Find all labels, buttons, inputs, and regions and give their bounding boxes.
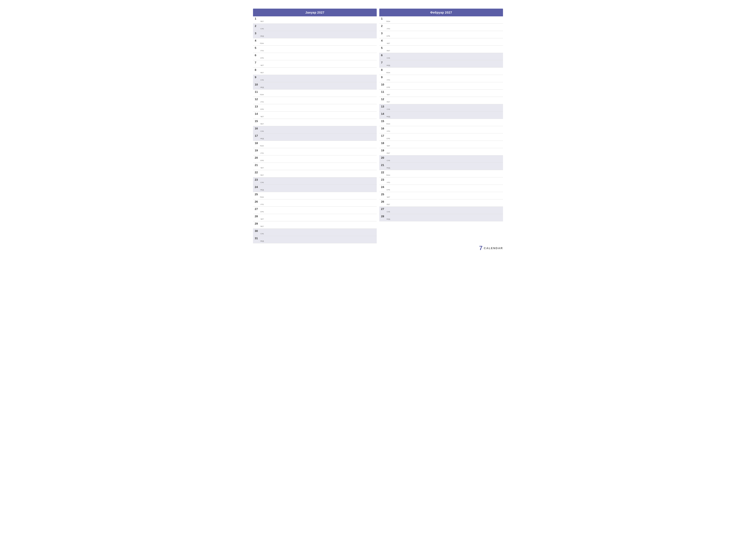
day-row: 10СРЕ (379, 82, 503, 89)
day-cell: 19ПЕТ (379, 148, 390, 155)
day-number: 8 (379, 68, 390, 71)
day-cell: 1ПЕТ (253, 16, 264, 23)
day-name: ПЕТ (260, 225, 264, 228)
day-name: УТО (386, 130, 390, 133)
day-cell: 17СРЕ (379, 134, 390, 140)
day-cell: 1ПОН (379, 16, 390, 23)
day-cell: 11ЧЕТ (379, 89, 390, 97)
day-number: 25 (253, 193, 264, 196)
day-name: ЧЕТ (386, 144, 390, 147)
day-number: 8 (253, 68, 264, 71)
day-cell: 27СУБ (379, 207, 390, 214)
day-name: ПОН (386, 122, 390, 126)
day-number: 7 (253, 61, 264, 64)
day-cell: 22ПЕТ (253, 170, 264, 177)
day-name: ЧЕТ (386, 42, 390, 45)
day-number: 15 (379, 120, 390, 122)
day-name: НЕД (386, 166, 390, 169)
day-cell: 3НЕД (253, 31, 264, 38)
day-name: ПЕТ (386, 152, 390, 155)
day-name: ПЕТ (386, 203, 390, 206)
day-row: 27СРЕ (253, 207, 377, 214)
day-name: СУБ (260, 181, 264, 184)
day-name: СРЕ (260, 57, 264, 60)
day-row: 16УТО (379, 126, 503, 134)
day-name: ПЕТ (386, 49, 390, 52)
day-row: 28ЧЕТ (253, 214, 377, 221)
day-number: 28 (253, 215, 264, 218)
day-name: УТО (386, 27, 390, 30)
day-cell: 31НЕД (253, 236, 264, 243)
day-name: НЕД (386, 115, 390, 118)
day-name: ПОН (386, 174, 390, 177)
day-row: 25ЧЕТ (379, 192, 503, 199)
day-row: 18ПОН (253, 141, 377, 148)
day-cell: 19УТО (253, 148, 264, 155)
day-row: 14НЕД (379, 112, 503, 119)
day-name: СРЕ (260, 210, 264, 214)
day-row: 10НЕД (253, 82, 377, 89)
day-name: ПЕТ (260, 71, 264, 74)
day-row: 8ПОН (379, 67, 503, 75)
day-row: 25ПОН (253, 192, 377, 199)
day-row: 17НЕД (253, 134, 377, 141)
day-cell: 15ПЕТ (253, 119, 264, 126)
day-name: УТО (386, 181, 390, 184)
day-number: 23 (253, 178, 264, 181)
day-name: УТО (386, 79, 390, 82)
day-row: 1ПЕТ (253, 16, 377, 24)
day-number: 16 (379, 127, 390, 130)
day-name: НЕД (386, 64, 390, 67)
day-name: НЕД (386, 218, 390, 221)
day-cell: 12УТО (253, 97, 264, 104)
day-number: 26 (379, 200, 390, 203)
day-name: ПОН (259, 144, 264, 147)
day-row: 22ПЕТ (253, 170, 377, 177)
day-number: 6 (379, 54, 390, 57)
day-number: 19 (379, 149, 390, 152)
day-row: 31НЕД (253, 236, 377, 243)
calendars-row: Јануар 20271ПЕТ2СУБ3НЕД4ПОН5УТО6СРЕ7ЧЕТ8… (253, 9, 503, 243)
day-number: 10 (379, 83, 390, 86)
day-row: 4ПОН (253, 38, 377, 46)
day-name: НЕД (260, 137, 264, 140)
day-cell: 2СУБ (253, 24, 264, 31)
day-row: 5ПЕТ (379, 46, 503, 53)
day-cell: 28ЧЕТ (253, 214, 264, 221)
day-cell: 23УТО (379, 177, 390, 185)
day-number: 20 (379, 156, 390, 159)
day-row: 30СУБ (253, 229, 377, 236)
day-name: УТО (260, 101, 264, 104)
day-name: НЕД (260, 240, 264, 243)
day-row: 2СУБ (253, 24, 377, 31)
day-cell: 9СУБ (253, 75, 264, 82)
day-name: СРЕ (260, 108, 264, 111)
day-number: 27 (379, 208, 390, 210)
day-row: 5УТО (253, 46, 377, 53)
day-row: 14ЧЕТ (253, 112, 377, 119)
day-cell: 7ЧЕТ (253, 60, 264, 67)
day-row: 11ПОН (253, 89, 377, 97)
day-row: 1ПОН (379, 16, 503, 24)
day-name: СУБ (386, 210, 390, 214)
day-number: 13 (253, 105, 264, 108)
day-row: 23УТО (379, 177, 503, 185)
day-row: 20СРЕ (253, 156, 377, 163)
day-name: ПОН (386, 20, 390, 23)
day-number: 12 (253, 98, 264, 101)
day-cell: 18ПОН (253, 141, 264, 148)
day-row: 7ЧЕТ (253, 60, 377, 67)
day-row: 20СУБ (379, 156, 503, 163)
day-number: 5 (379, 46, 390, 49)
day-row: 3СРЕ (379, 31, 503, 38)
day-cell: 21НЕД (379, 163, 390, 170)
day-name: СУБ (386, 159, 390, 162)
logo-area: 7 CALENDAR (253, 243, 503, 252)
day-row: 4ЧЕТ (379, 38, 503, 46)
day-row: 18ЧЕТ (379, 141, 503, 148)
day-number: 13 (379, 105, 390, 108)
day-number: 21 (253, 164, 264, 166)
day-row: 23СУБ (253, 177, 377, 185)
day-number: 22 (379, 171, 390, 174)
day-number: 10 (253, 83, 264, 86)
